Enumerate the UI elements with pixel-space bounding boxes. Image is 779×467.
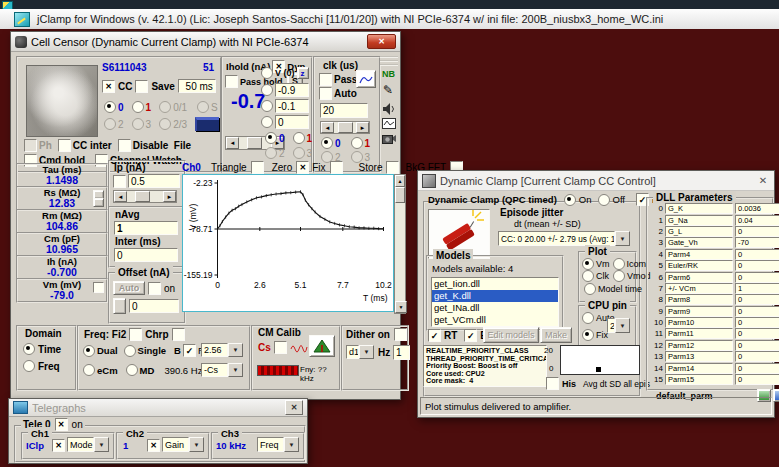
domain-time-radio[interactable] — [23, 343, 35, 355]
load-parm-button[interactable] — [773, 389, 779, 402]
dll-param-value-field[interactable]: 0 — [735, 260, 779, 271]
dll-param-value-field[interactable]: -70 — [735, 237, 779, 248]
camera-icon[interactable] — [382, 133, 396, 144]
res-dropdown[interactable]: 2.56 — [201, 343, 243, 357]
dll-param-name-field[interactable]: Parm14 — [665, 363, 733, 374]
vhold3-field[interactable]: 0 — [275, 115, 309, 129]
dll-param-value-field[interactable]: 0 — [735, 374, 779, 385]
scroll-left-arrow[interactable] — [226, 137, 239, 149]
offset-stepper[interactable] — [113, 298, 126, 314]
ecm-radio[interactable] — [83, 364, 95, 376]
cpu-fix-radio[interactable] — [582, 329, 594, 341]
dll-param-value-field[interactable]: 0 — [735, 328, 779, 339]
single-radio[interactable] — [124, 345, 136, 357]
ip-checkbox[interactable] — [113, 175, 126, 188]
ch3-dropdown[interactable]: Freq — [257, 437, 299, 452]
dither-on-checkbox[interactable] — [394, 328, 407, 341]
ch1-checkbox[interactable] — [52, 439, 65, 452]
dll-param-value-field[interactable]: 0 — [735, 363, 779, 374]
scroll-thumb[interactable] — [247, 137, 262, 149]
dll-param-value-field[interactable]: 0.04 — [735, 215, 779, 226]
dll-param-name-field[interactable]: G_K — [665, 203, 733, 214]
model-list-item[interactable]: get_Iion.dll — [432, 278, 558, 290]
calib-run-button[interactable] — [309, 335, 335, 357]
scroll-down-arrow[interactable] — [395, 301, 407, 313]
dll-param-name-field[interactable]: G_L — [665, 226, 733, 237]
dll-param-name-field[interactable]: Euler/RK — [665, 260, 733, 271]
dropdown-arrow-icon[interactable] — [94, 437, 109, 452]
scroll-right-arrow[interactable] — [163, 191, 176, 202]
speaker-icon[interactable] — [382, 103, 396, 115]
cpu-core-dropdown[interactable]: 2 — [607, 318, 630, 333]
dropdown-arrow-icon[interactable] — [284, 437, 299, 452]
plot-clk-radio[interactable] — [582, 270, 594, 282]
chart-scrollbar[interactable] — [394, 174, 406, 314]
dropdown-arrow-icon[interactable] — [615, 231, 630, 246]
telegraphs-window[interactable]: Telegraphs Tele 0 on Ch1 IClp Mode Ch2 1… — [8, 398, 308, 464]
store-checkbox[interactable] — [386, 161, 399, 174]
v0-radio[interactable] — [261, 67, 273, 79]
dll-param-value-field[interactable]: 0 — [735, 351, 779, 362]
scope-icon[interactable] — [382, 118, 396, 129]
his-checkbox[interactable] — [546, 377, 559, 390]
clk-pass-checkbox[interactable] — [319, 73, 332, 86]
rt-checkbox[interactable] — [428, 329, 441, 342]
vm-checkbox[interactable] — [93, 282, 104, 293]
dll-param-name-field[interactable]: Gate_Vh — [665, 237, 733, 248]
tele-on-checkbox[interactable] — [55, 418, 68, 431]
plot-icom-radio[interactable] — [613, 258, 625, 270]
fix-checkbox[interactable] — [330, 161, 343, 174]
dll-param-name-field[interactable]: Parm8 — [665, 294, 733, 305]
clk-value-field[interactable]: 20 — [320, 103, 368, 118]
dll-param-value-field[interactable]: 0 — [735, 340, 779, 351]
vhold2-radio[interactable] — [261, 100, 273, 112]
navg-field[interactable]: 1 — [114, 221, 178, 235]
channel-radio-1[interactable] — [132, 101, 144, 113]
ip-field[interactable]: 0.5 — [128, 174, 180, 188]
dll-param-value-field[interactable]: 0 — [735, 226, 779, 237]
dll-param-name-field[interactable]: G_Na — [665, 215, 733, 226]
md-radio[interactable] — [126, 364, 138, 376]
qpc-on-radio[interactable] — [564, 194, 576, 206]
dll-param-name-field[interactable]: Parm4 — [665, 249, 733, 260]
dll-param-value-field[interactable]: 0.0036 — [735, 203, 779, 214]
notebook-button[interactable]: NB — [382, 69, 395, 79]
ch2-dropdown[interactable]: Gain — [162, 437, 204, 452]
dll-param-name-field[interactable]: Parm12 — [665, 340, 733, 351]
save-interval-field[interactable]: 50 ms — [178, 79, 216, 93]
dll-param-name-field[interactable]: +/- VCm — [665, 283, 733, 294]
plot-vmod-radio[interactable] — [613, 270, 625, 282]
dll-param-value-field[interactable]: 1 — [735, 283, 779, 294]
dll-param-value-field[interactable]: 0 — [735, 249, 779, 260]
channel-radio-0[interactable] — [104, 101, 116, 113]
scroll-thumb[interactable] — [338, 122, 353, 133]
scroll-left-arrow[interactable] — [321, 122, 334, 133]
jitter-dropdown[interactable]: CC: 0 20.00 +/- 2.79 us (Avg: 1) — [498, 231, 630, 246]
sol-dropdown[interactable]: -Cs — [201, 363, 243, 377]
dll-param-value-field[interactable]: 0 — [735, 317, 779, 328]
scroll-thumb[interactable] — [135, 191, 150, 202]
vhold1-radio[interactable] — [261, 84, 273, 96]
clk-waveform-button[interactable] — [356, 70, 376, 88]
dll-param-value-field[interactable]: 0 — [735, 272, 779, 283]
cell-censor-titlebar[interactable]: Cell Censor (Dynamic Current Clamp) with… — [11, 32, 400, 52]
rs-down-button[interactable] — [93, 198, 104, 207]
main-window-titlebar[interactable]: jClamp for Windows (v. 42.1.0) (Lic: Jos… — [0, 9, 779, 30]
chrp-checkbox[interactable] — [172, 328, 185, 341]
dither-channel-dropdown[interactable]: d1 — [346, 345, 374, 359]
ch2-checkbox[interactable] — [147, 439, 160, 452]
ihold-ch0-radio[interactable] — [265, 132, 277, 144]
dynamic-clamp-close-button[interactable] — [756, 174, 770, 188]
dll-param-value-field[interactable]: 0 — [735, 306, 779, 317]
ip-scrollbar[interactable] — [113, 190, 177, 203]
telegraphs-titlebar[interactable]: Telegraphs — [9, 399, 307, 417]
dropdown-arrow-icon[interactable] — [228, 363, 243, 377]
clk-scrollbar[interactable] — [320, 121, 370, 134]
dll-param-value-field[interactable]: 0 — [735, 294, 779, 305]
cpu-auto-radio[interactable] — [582, 312, 594, 324]
scroll-right-arrow[interactable] — [356, 122, 369, 133]
dropdown-arrow-icon[interactable] — [359, 345, 374, 359]
dropdown-arrow-icon[interactable] — [228, 343, 243, 357]
cage-3d-icon[interactable] — [195, 117, 219, 131]
dll-param-name-field[interactable]: Parm9 — [665, 306, 733, 317]
